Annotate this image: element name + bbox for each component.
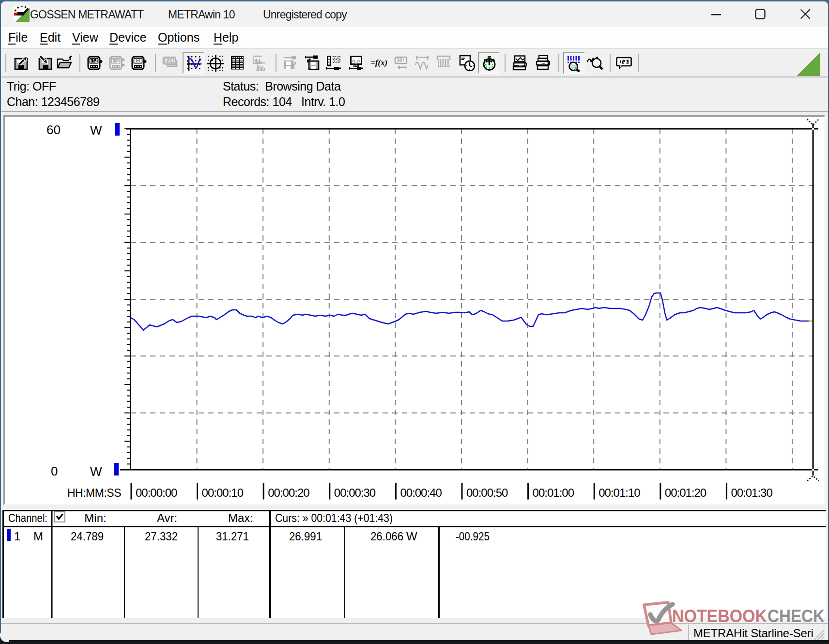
svg-text:M: M <box>33 530 43 543</box>
svg-text:00:00:50: 00:00:50 <box>466 486 508 499</box>
svg-text:31.271: 31.271 <box>216 530 249 543</box>
svg-text:W: W <box>90 464 102 479</box>
svg-text:Avr:: Avr: <box>157 511 177 524</box>
svg-text:00:00:10: 00:00:10 <box>202 486 244 499</box>
svg-text:00:00:20: 00:00:20 <box>268 486 309 499</box>
svg-text:NOTEBOOK: NOTEBOOK <box>672 606 767 626</box>
svg-text:26.991: 26.991 <box>289 530 322 543</box>
svg-text:00:01:00: 00:01:00 <box>533 486 574 499</box>
svg-text:60: 60 <box>46 123 61 137</box>
svg-text:CHECK: CHECK <box>768 606 825 626</box>
svg-text:27.332: 27.332 <box>145 530 178 543</box>
svg-text:00:00:40: 00:00:40 <box>400 486 442 499</box>
svg-text:W: W <box>90 123 102 138</box>
svg-text:Curs: » 00:01:43 (+01:43): Curs: » 00:01:43 (+01:43) <box>275 511 393 524</box>
svg-text:=f(x): =f(x) <box>370 58 387 67</box>
svg-text:00:00:00: 00:00:00 <box>136 486 177 499</box>
svg-text:Min:: Min: <box>84 511 106 524</box>
svg-text:24.789: 24.789 <box>71 530 104 543</box>
svg-text:HH:MM:SS: HH:MM:SS <box>67 487 121 499</box>
svg-text:Max:: Max: <box>228 511 253 524</box>
svg-text:Channel:: Channel: <box>8 511 47 524</box>
svg-text:00:01:30: 00:01:30 <box>731 486 772 499</box>
svg-text:0: 0 <box>51 464 58 478</box>
svg-text:00:01:10: 00:01:10 <box>599 486 640 499</box>
svg-text:-00.925: -00.925 <box>456 530 490 543</box>
svg-text:W: W <box>406 530 417 543</box>
svg-text:00:00:30: 00:00:30 <box>334 486 376 499</box>
svg-text:00:01:20: 00:01:20 <box>665 486 706 499</box>
svg-text:26.066: 26.066 <box>370 530 403 543</box>
svg-text:1: 1 <box>14 530 20 543</box>
